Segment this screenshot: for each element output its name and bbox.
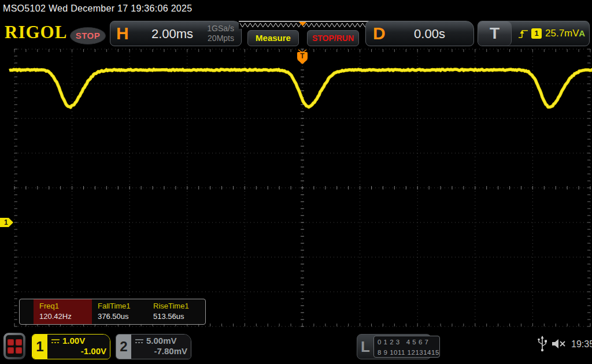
waveform-overview-icon (239, 21, 369, 29)
delay-value: 0.00s (398, 27, 461, 42)
horizontal-label: H (116, 24, 129, 43)
channel-2-block[interactable]: 2 5.00mV -7.80mV (116, 334, 191, 359)
ch1-waveform-trace (9, 69, 592, 107)
dc-coupling-icon (51, 338, 60, 344)
quick-access-button[interactable] (3, 333, 25, 359)
trigger-block[interactable]: T 1 25.7mV A (478, 21, 590, 46)
trigger-position-marker (297, 60, 308, 64)
oscilloscope-screen: MSO5102 Wed December 17 19:36:06 2025 RI… (0, 0, 592, 364)
trigger-source-channel: 1 (531, 28, 542, 39)
acquisition-info: 1GSa/s 20Mpts (207, 24, 234, 43)
delay-block[interactable]: D 0.00s (365, 21, 474, 46)
logic-channel-numbers: 0 1 2 3 4 5 6 7 8 9 1011 12131415 (373, 336, 440, 358)
dc-coupling-icon (135, 338, 144, 344)
channel-1-scale: 1.00V (62, 336, 85, 346)
waveform-overview-strip[interactable] (239, 21, 369, 29)
channel-2-id: 2 (116, 335, 131, 359)
rigol-logo: RIGOL (5, 22, 67, 43)
bottom-status-bar: 1 1.00V -1.00V 2 (0, 330, 592, 364)
waveform-display-area[interactable]: T1 (0, 46, 592, 330)
channel-2-scale: 5.00mV (146, 336, 177, 346)
window-title: MSO5102 Wed December 17 19:36:06 2025 (0, 0, 592, 17)
stop-run-button[interactable]: STOP/RUN (307, 30, 359, 46)
trigger-label: T (478, 21, 512, 46)
horizontal-settings-block[interactable]: H 2.00ms 1GSa/s 20Mpts (110, 21, 242, 46)
measurement-value: 513.56us (153, 312, 204, 321)
measurement-label: RiseTime1 (153, 302, 204, 310)
measurement-value: 120.42Hz (39, 312, 92, 321)
logic-channels-block[interactable]: L 0 1 2 3 4 5 6 7 8 9 1011 12131415 (357, 334, 431, 359)
timebase-value: 2.00ms (140, 27, 204, 42)
measurement-label: FallTime1 (98, 302, 147, 310)
channel-1-id: 1 (32, 335, 47, 359)
measurement-falltime1[interactable]: FallTime1 376.50us (92, 299, 147, 324)
delay-label: D (373, 24, 386, 43)
trigger-level-value: 25.7mV (545, 28, 579, 39)
measure-button[interactable]: Measure (247, 30, 299, 46)
sample-rate: 1GSa/s (207, 24, 234, 34)
windows-grid-icon (6, 335, 23, 357)
channel-2-offset: -7.80mV (135, 346, 187, 356)
measurement-freq1[interactable]: Freq1 120.42Hz (34, 299, 92, 324)
sound-muted-icon[interactable] (551, 337, 567, 350)
logic-label: L (357, 335, 373, 359)
measurement-value: 376.50us (98, 312, 147, 321)
measurement-risetime1[interactable]: RiseTime1 513.56us (147, 299, 204, 324)
measurement-label: Freq1 (39, 302, 92, 310)
ch1-ground-marker-label: 1 (4, 218, 8, 226)
rising-edge-icon (517, 29, 529, 39)
channel-1-block[interactable]: 1 1.00V -1.00V (32, 334, 110, 359)
ch1-waveform-trace-core (9, 69, 592, 107)
acquisition-status-badge: STOP (70, 27, 106, 44)
measurement-panel[interactable]: Freq1 120.42Hz FallTime1 376.50us RiseTi… (19, 299, 206, 325)
trigger-marker-letter: T (300, 52, 305, 60)
clock-time: 19:35 (571, 339, 592, 350)
memory-depth: 20Mpts (207, 34, 234, 43)
channel-1-offset: -1.00V (51, 346, 106, 356)
usb-host-icon (536, 335, 548, 352)
trigger-sweep-mode: A (579, 28, 585, 38)
